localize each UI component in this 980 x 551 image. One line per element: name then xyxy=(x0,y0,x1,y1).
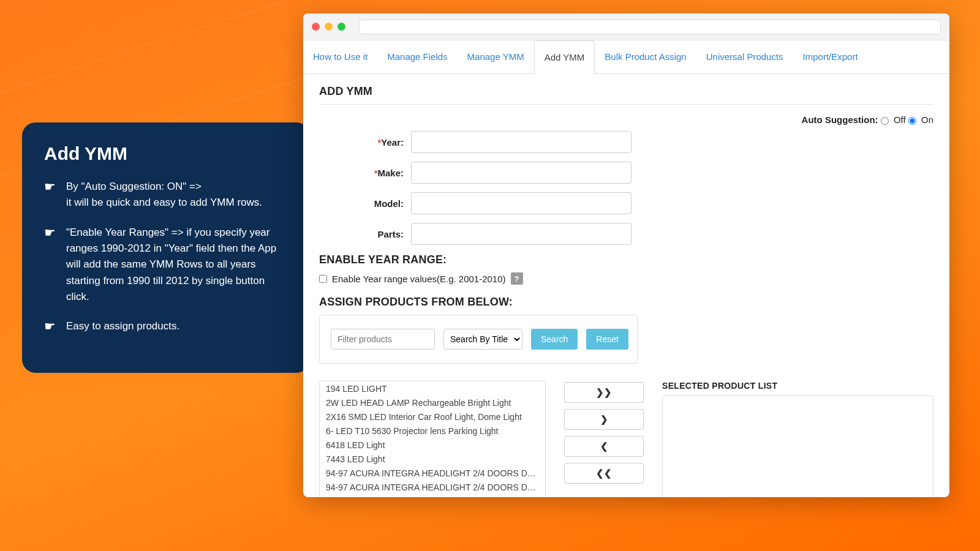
product-item[interactable]: 94-97 ACURA INTEGRA HEADLIGHT HALO PROJE… xyxy=(320,494,545,497)
product-filter-box: Search By Title Search Reset xyxy=(319,315,638,364)
window-maximize-icon[interactable] xyxy=(337,23,345,31)
tab-universal-products[interactable]: Universal Products xyxy=(696,40,793,73)
model-row: Model: xyxy=(319,192,933,214)
chevron-right-icon: ❯ xyxy=(600,414,608,424)
auto-suggestion-off-label: Off xyxy=(894,114,906,125)
browser-url-bar[interactable] xyxy=(359,20,941,34)
admin-tabs: How to Use it Manage Fields Manage YMM A… xyxy=(303,40,949,74)
tab-bulk-product-assign[interactable]: Bulk Product Assign xyxy=(595,40,696,73)
browser-window: How to Use it Manage Fields Manage YMM A… xyxy=(303,13,949,497)
year-input[interactable] xyxy=(411,131,631,153)
callout-title: Add YMM xyxy=(44,143,288,164)
chevron-left-icon: ❮ xyxy=(600,441,608,451)
product-item[interactable]: 94-97 ACURA INTEGRA HEADLIGHT 2/4 DOORS … xyxy=(320,480,545,494)
help-callout: Add YMM ☛ By "Auto Suggestion: ON" => it… xyxy=(22,122,310,373)
window-close-icon[interactable] xyxy=(312,23,320,31)
year-range-section-title: ENABLE YEAR RANGE: xyxy=(319,253,933,266)
auto-suggestion-label: Auto Suggestion: xyxy=(802,114,878,125)
callout-bullet: ☛ By "Auto Suggestion: ON" => it will be… xyxy=(44,179,288,211)
product-item[interactable]: 94-97 ACURA INTEGRA HEADLIGHT 2/4 DOORS … xyxy=(320,466,545,480)
assign-products-grid: 194 LED LIGHT2W LED HEAD LAMP Rechargeab… xyxy=(319,381,933,497)
available-products-list[interactable]: 194 LED LIGHT2W LED HEAD LAMP Rechargeab… xyxy=(319,381,546,497)
tab-how-to-use[interactable]: How to Use it xyxy=(303,40,377,73)
tab-manage-ymm[interactable]: Manage YMM xyxy=(458,40,534,73)
move-right-button[interactable]: ❯ xyxy=(564,409,644,430)
assign-section-title: ASSIGN PRODUCTS FROM BELOW: xyxy=(319,296,933,309)
move-buttons: ❯❯ ❯ ❮ ❮❮ xyxy=(564,382,644,484)
callout-bullet-text: "Enable Year Ranges" => if you specify y… xyxy=(66,225,288,305)
move-all-left-button[interactable]: ❮❮ xyxy=(564,463,644,484)
year-label: Year: xyxy=(381,137,404,148)
enable-year-range-label: Enable Year range values(E.g. 2001-2010) xyxy=(332,274,506,284)
reset-button[interactable]: Reset xyxy=(586,329,628,350)
parts-input[interactable] xyxy=(411,223,631,245)
callout-bullet-text: By "Auto Suggestion: ON" => it will be q… xyxy=(66,179,262,211)
make-input[interactable] xyxy=(411,162,631,184)
window-minimize-icon[interactable] xyxy=(325,23,333,31)
filter-products-input[interactable] xyxy=(331,329,435,350)
auto-suggestion-on-radio[interactable] xyxy=(908,117,916,125)
window-title-bar xyxy=(303,13,949,40)
product-item[interactable]: 6- LED T10 5630 Projector lens Parking L… xyxy=(320,424,545,438)
model-label: Model: xyxy=(374,198,404,209)
product-item[interactable]: 2W LED HEAD LAMP Rechargeable Bright Lig… xyxy=(320,395,545,410)
hand-point-right-icon: ☛ xyxy=(44,179,58,211)
hand-point-right-icon: ☛ xyxy=(44,318,58,334)
parts-row: Parts: xyxy=(319,223,933,245)
tab-add-ymm[interactable]: Add YMM xyxy=(534,40,595,74)
product-item[interactable]: 6418 LED Light xyxy=(320,438,545,452)
auto-suggestion-on-label: On xyxy=(921,114,933,125)
make-row: *Make: xyxy=(319,162,933,184)
callout-bullet: ☛ Easy to assign products. xyxy=(44,318,288,334)
double-chevron-left-icon: ❮❮ xyxy=(596,468,612,478)
parts-label: Parts: xyxy=(377,229,404,239)
year-range-checkbox-row: Enable Year range values(E.g. 2001-2010)… xyxy=(319,272,933,285)
make-label: Make: xyxy=(377,168,404,178)
selected-products-panel: SELECTED PRODUCT LIST xyxy=(662,381,933,497)
auto-suggestion-off-radio[interactable] xyxy=(881,117,889,125)
page-title: ADD YMM xyxy=(319,85,933,98)
double-chevron-right-icon: ❯❯ xyxy=(596,387,612,397)
auto-suggestion-toggle: Auto Suggestion: Off On xyxy=(319,114,933,125)
hand-point-right-icon: ☛ xyxy=(44,225,58,305)
enable-year-range-checkbox[interactable] xyxy=(319,275,327,283)
help-icon[interactable]: ? xyxy=(511,272,523,285)
tab-import-export[interactable]: Import/Export xyxy=(793,40,868,73)
product-item[interactable]: 194 LED LIGHT xyxy=(320,381,545,395)
callout-bullet-text: Easy to assign products. xyxy=(66,318,179,334)
model-input[interactable] xyxy=(411,192,631,214)
page-content: ADD YMM Auto Suggestion: Off On *Year: *… xyxy=(303,74,949,497)
selected-products-list[interactable] xyxy=(662,395,933,497)
selected-products-title: SELECTED PRODUCT LIST xyxy=(662,381,933,391)
move-all-right-button[interactable]: ❯❯ xyxy=(564,382,644,403)
move-left-button[interactable]: ❮ xyxy=(564,436,644,457)
product-item[interactable]: 2X16 SMD LED Interior Car Roof Light, Do… xyxy=(320,410,545,424)
product-item[interactable]: 7443 LED Light xyxy=(320,452,545,466)
year-row: *Year: xyxy=(319,131,933,153)
search-button[interactable]: Search xyxy=(531,329,578,350)
divider xyxy=(319,104,933,105)
callout-bullet: ☛ "Enable Year Ranges" => if you specify… xyxy=(44,225,288,305)
tab-manage-fields[interactable]: Manage Fields xyxy=(377,40,457,73)
search-mode-select[interactable]: Search By Title xyxy=(443,329,522,350)
